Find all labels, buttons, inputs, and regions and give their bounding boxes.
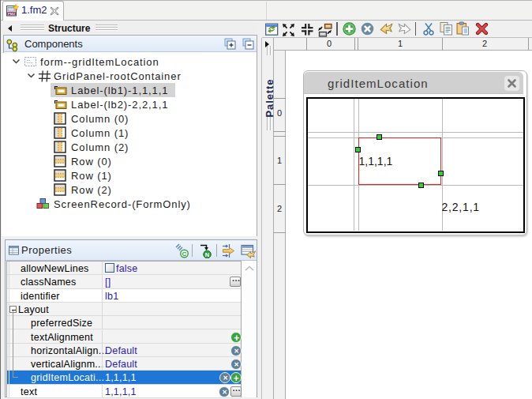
svg-text:C: C: [182, 250, 187, 258]
svg-text:FM2: FM2: [8, 12, 15, 16]
svg-text:N: N: [205, 251, 209, 258]
